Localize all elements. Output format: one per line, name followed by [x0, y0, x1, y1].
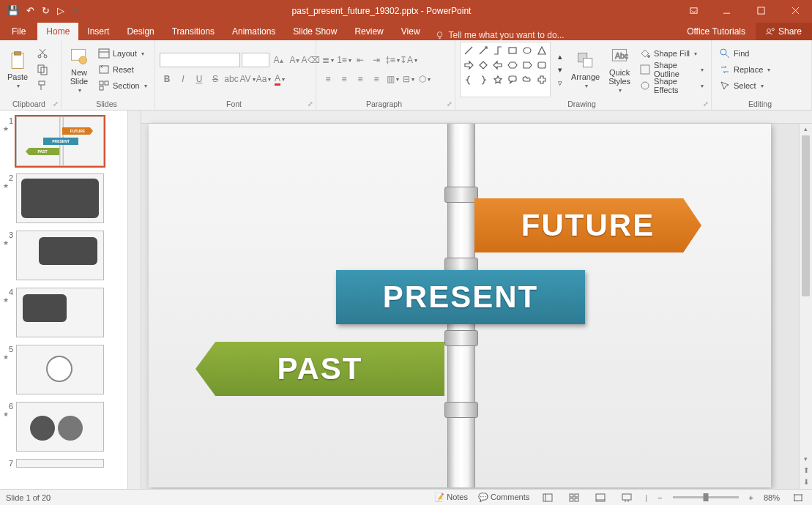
shape-line-icon[interactable]	[462, 44, 475, 57]
decrease-indent-button[interactable]: ⇤	[353, 52, 368, 68]
sign-past[interactable]: PAST	[195, 342, 444, 396]
copy-button[interactable]	[34, 61, 51, 78]
find-button[interactable]: Find	[716, 45, 773, 61]
font-dialog-launcher[interactable]: ⤢	[308, 100, 313, 108]
text-shadow-button[interactable]: abc	[224, 71, 239, 87]
shape-callout-icon[interactable]	[506, 73, 519, 86]
font-size-select[interactable]	[242, 53, 269, 67]
increase-indent-button[interactable]: ⇥	[369, 52, 384, 68]
reading-view-button[interactable]	[592, 491, 608, 504]
slide-canvas[interactable]: FUTURE PRESENT PAST	[149, 124, 771, 487]
zoom-out-button[interactable]: −	[658, 493, 662, 502]
shape-oval-icon[interactable]	[521, 44, 534, 57]
shape-roundrect-icon[interactable]	[535, 59, 548, 72]
align-right-button[interactable]: ≡	[353, 71, 368, 87]
shape-rbrace-icon[interactable]	[477, 73, 490, 86]
slideshow-view-button[interactable]	[619, 491, 635, 504]
maximize-button[interactable]	[745, 0, 778, 21]
new-slide-button[interactable]: New Slide ▾	[66, 42, 92, 97]
shape-star-icon[interactable]	[491, 73, 504, 86]
numbering-button[interactable]: 1≡▾	[337, 52, 351, 68]
office-tutorials-tab[interactable]: Office Tutorials	[677, 23, 756, 40]
tab-home[interactable]: Home	[37, 23, 78, 40]
save-icon[interactable]: 💾	[7, 5, 19, 16]
shape-fill-button[interactable]: Shape Fill▾	[636, 45, 707, 61]
line-spacing-button[interactable]: ‡≡▾	[385, 52, 400, 68]
zoom-level[interactable]: 88%	[764, 493, 780, 502]
text-direction-button[interactable]: ↧A▾	[401, 52, 416, 68]
next-slide-button[interactable]: ⬇	[800, 478, 812, 486]
paragraph-dialog-launcher[interactable]: ⤢	[447, 100, 452, 108]
cut-button[interactable]	[34, 45, 51, 61]
shape-larrow-icon[interactable]	[491, 59, 504, 72]
drawing-dialog-launcher[interactable]: ⤢	[703, 100, 709, 108]
slide-thumbnail-5[interactable]	[16, 345, 104, 394]
format-painter-button[interactable]	[34, 78, 51, 94]
tab-animations[interactable]: Animations	[223, 23, 284, 40]
align-text-button[interactable]: ⊟▾	[401, 71, 416, 87]
slide-sorter-button[interactable]	[566, 491, 582, 504]
align-left-button[interactable]: ≡	[321, 71, 335, 87]
clipboard-dialog-launcher[interactable]: ⤢	[53, 100, 59, 108]
redo-icon[interactable]: ↻	[42, 5, 50, 16]
shape-effects-button[interactable]: Shape Effects▾	[636, 78, 707, 94]
zoom-in-button[interactable]: +	[749, 493, 753, 502]
slide-thumbnail-7[interactable]	[16, 459, 104, 468]
undo-icon[interactable]: ↶	[26, 5, 34, 16]
qat-customize-icon[interactable]: ▾	[73, 5, 78, 16]
tab-insert[interactable]: Insert	[78, 23, 118, 40]
shape-pent-icon[interactable]	[521, 59, 534, 72]
vertical-scrollbar[interactable]: ▴ ▾ ⬆ ⬇	[799, 124, 812, 489]
slide-counter[interactable]: Slide 1 of 20	[6, 493, 51, 502]
shape-plus-icon[interactable]	[535, 73, 548, 86]
fit-to-window-button[interactable]	[790, 491, 806, 504]
minimize-button[interactable]	[710, 0, 743, 21]
slide-thumbnail-1[interactable]: FUTUREPRESENTPAST	[16, 116, 104, 166]
normal-view-button[interactable]	[540, 491, 556, 504]
notes-button[interactable]: 📝 Notes	[434, 493, 468, 502]
tell-me-search[interactable]: Tell me what you want to do...	[435, 30, 565, 40]
shapes-scroll-down[interactable]: ▾	[555, 63, 565, 76]
shape-diamond-icon[interactable]	[477, 59, 490, 72]
shape-triangle-icon[interactable]	[535, 44, 548, 57]
columns-button[interactable]: ▥▾	[385, 71, 400, 87]
tab-design[interactable]: Design	[118, 23, 163, 40]
slide-thumbnail-4[interactable]	[16, 288, 104, 337]
underline-button[interactable]: U	[192, 71, 206, 87]
replace-button[interactable]: Replace▾	[716, 61, 773, 78]
bold-button[interactable]: B	[160, 71, 174, 87]
char-spacing-button[interactable]: AV▾	[240, 71, 255, 87]
slide-thumbnail-6[interactable]	[16, 402, 104, 452]
paste-button[interactable]: Paste ▾	[4, 42, 31, 97]
strikethrough-button[interactable]: S	[208, 71, 223, 87]
shape-rarrow-icon[interactable]	[462, 59, 475, 72]
section-button[interactable]: Section▾	[95, 78, 150, 94]
layout-button[interactable]: Layout▾	[95, 45, 150, 61]
arrange-button[interactable]: Arrange▾	[568, 42, 603, 97]
tab-view[interactable]: View	[392, 23, 429, 40]
tab-transitions[interactable]: Transitions	[163, 23, 223, 40]
justify-button[interactable]: ≡	[369, 71, 384, 87]
slide-thumbnail-3[interactable]	[16, 231, 104, 280]
tab-file[interactable]: File	[0, 23, 37, 40]
shape-hex-icon[interactable]	[506, 59, 519, 72]
prev-slide-button[interactable]: ⬆	[800, 466, 812, 474]
grow-font-button[interactable]: A▴	[271, 52, 286, 68]
start-from-beginning-icon[interactable]: ▷	[57, 5, 64, 16]
tab-slide-show[interactable]: Slide Show	[284, 23, 346, 40]
select-button[interactable]: Select▾	[716, 78, 773, 94]
italic-button[interactable]: I	[176, 71, 190, 87]
tab-review[interactable]: Review	[346, 23, 392, 40]
sign-present[interactable]: PRESENT	[336, 270, 585, 324]
change-case-button[interactable]: Aa▾	[256, 71, 271, 87]
ribbon-display-options[interactable]	[677, 0, 710, 21]
shapes-more[interactable]: ▿	[555, 76, 565, 89]
shapes-scroll-up[interactable]: ▴	[555, 50, 565, 63]
shape-cloud-icon[interactable]	[521, 73, 534, 86]
shrink-font-button[interactable]: A▾	[287, 52, 302, 68]
share-button[interactable]: Share	[756, 23, 812, 40]
font-color-button[interactable]: A▾	[272, 71, 287, 87]
shape-connector-icon[interactable]	[491, 44, 504, 57]
shapes-gallery[interactable]	[460, 42, 551, 97]
smartart-button[interactable]: ⬡▾	[417, 71, 432, 87]
